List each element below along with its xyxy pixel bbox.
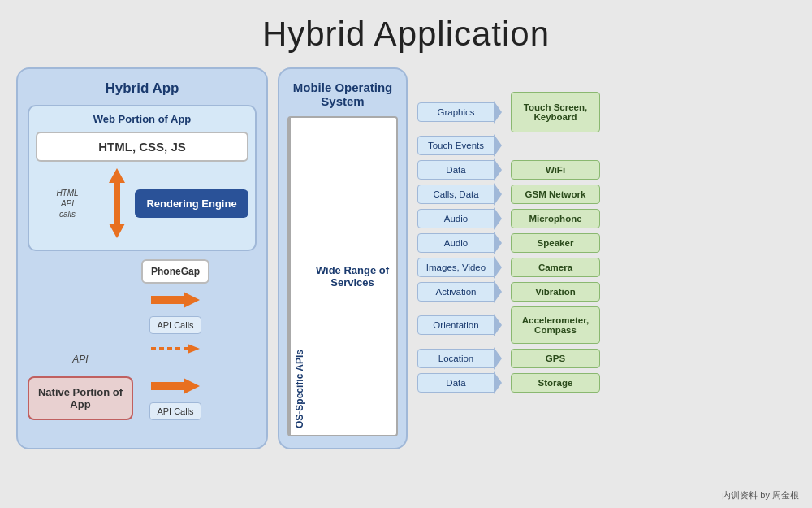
rendering-engine-box: Rendering Engine bbox=[135, 189, 248, 218]
orange-right-arrow-top bbox=[151, 290, 200, 310]
api-row-4: Audio Microphone bbox=[417, 209, 600, 228]
page-title: Hybrid Application bbox=[0, 0, 812, 63]
api-calls-label-2: API Calls bbox=[149, 402, 201, 420]
api-right-microphone: Microphone bbox=[511, 209, 600, 228]
native-portion-box: Native Portion of App bbox=[28, 376, 133, 420]
api-right-wifi: WiFi bbox=[511, 160, 600, 180]
api-label: API bbox=[72, 354, 88, 365]
api-row-8: Orientation Accelerometer,Compass bbox=[417, 306, 600, 344]
hybrid-app-box: Hybrid App Web Portion of App HTML, CSS,… bbox=[16, 67, 268, 449]
html-css-js-box: HTML, CSS, JS bbox=[36, 132, 248, 162]
api-row-10: Data Storage bbox=[417, 373, 600, 393]
api-row-7: Activation Vibration bbox=[417, 282, 600, 302]
mobile-os-box: Mobile Operating System OS-Specific APIs… bbox=[278, 67, 408, 449]
api-left-graphics: Graphics bbox=[417, 102, 495, 122]
os-specific-label: OS-Specific APIs bbox=[289, 118, 309, 435]
api-calls-label-1: API Calls bbox=[149, 316, 201, 334]
api-right-camera: Camera bbox=[511, 258, 600, 277]
web-portion-title: Web Portion of App bbox=[36, 113, 248, 125]
orange-double-arrow bbox=[104, 167, 130, 240]
api-left-touch-events: Touch Events bbox=[417, 136, 495, 155]
api-left-audio-2: Audio bbox=[417, 233, 495, 253]
svg-marker-4 bbox=[188, 344, 200, 354]
html-api-calls-label: HTMLAPIcalls bbox=[56, 188, 78, 219]
hybrid-app-label: Hybrid App bbox=[28, 80, 257, 97]
api-row-6: Images, Video Camera bbox=[417, 258, 600, 277]
api-rows-container: Graphics Touch Screen,Keyboard Touch Eve… bbox=[417, 67, 600, 393]
wide-range-label: Wide Range of Services bbox=[309, 118, 396, 435]
api-right-touchscreen: Touch Screen,Keyboard bbox=[511, 92, 600, 132]
api-right-speaker: Speaker bbox=[511, 233, 600, 253]
mobile-os-title: Mobile Operating System bbox=[287, 80, 398, 108]
orange-right-arrow-bottom bbox=[151, 376, 200, 396]
api-left-calls-data: Calls, Data bbox=[417, 185, 495, 204]
api-left-images-video: Images, Video bbox=[417, 258, 495, 277]
api-left-orientation: Orientation bbox=[417, 315, 495, 335]
api-left-data-2: Data bbox=[417, 373, 495, 393]
svg-marker-0 bbox=[109, 168, 125, 207]
api-right-vibration: Vibration bbox=[511, 282, 600, 302]
api-row-2: Data WiFi bbox=[417, 160, 600, 180]
api-right-accelerometer: Accelerometer,Compass bbox=[511, 306, 600, 344]
web-portion-box: Web Portion of App HTML, CSS, JS HTMLAPI… bbox=[28, 105, 257, 251]
api-left-audio-1: Audio bbox=[417, 209, 495, 228]
api-row-3: Calls, Data GSM Network bbox=[417, 185, 600, 204]
api-right-gps: GPS bbox=[511, 349, 600, 368]
api-right-gsm: GSM Network bbox=[511, 185, 600, 204]
api-row-9: Location GPS bbox=[417, 349, 600, 368]
phonegap-box: PhoneGap bbox=[141, 259, 209, 284]
api-left-location: Location bbox=[417, 349, 495, 368]
svg-marker-5 bbox=[151, 378, 200, 394]
api-right-storage: Storage bbox=[511, 373, 600, 393]
orange-dashed-arrow bbox=[151, 341, 200, 357]
api-row-0: Graphics Touch Screen,Keyboard bbox=[417, 92, 600, 132]
api-row-5: Audio Speaker bbox=[417, 233, 600, 253]
svg-marker-2 bbox=[151, 292, 200, 308]
os-inner-box: OS-Specific APIs Wide Range of Services bbox=[287, 116, 398, 436]
api-left-data-1: Data bbox=[417, 160, 495, 180]
watermark: 内训资料 by 周金根 bbox=[722, 489, 799, 501]
api-row-1: Touch Events bbox=[417, 136, 600, 155]
svg-marker-1 bbox=[109, 207, 125, 238]
api-left-activation: Activation bbox=[417, 282, 495, 302]
